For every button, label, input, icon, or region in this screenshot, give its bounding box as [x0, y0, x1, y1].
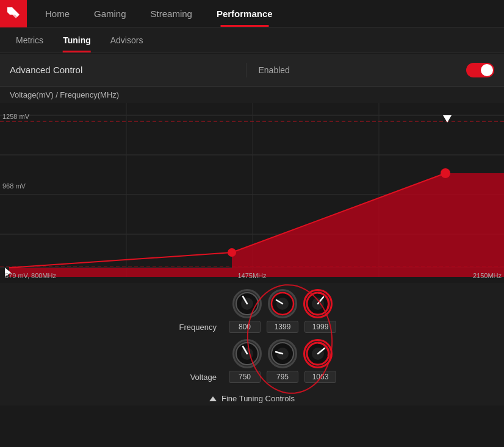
frequency-label: Frequency — [168, 323, 217, 332]
advanced-control-row: Advanced Control Enabled — [0, 54, 504, 87]
fine-tuning-row[interactable]: Fine Tuning Controls — [0, 389, 504, 406]
chart-label: Voltage(mV) / Frequency(MHz) — [0, 87, 504, 103]
y-label-max: 1258 mV — [2, 113, 29, 120]
x-label-right: 2150MHz — [473, 272, 502, 279]
nav-home[interactable]: Home — [33, 0, 82, 27]
amd-logo-icon — [5, 5, 22, 22]
nav-streaming[interactable]: Streaming — [139, 0, 204, 27]
frequency-value-row: Frequency 800 1399 1999 — [0, 321, 504, 333]
nav-performance[interactable]: Performance — [204, 0, 285, 27]
voltage-label: Voltage — [168, 373, 217, 382]
freq-knob-1-svg — [234, 291, 260, 316]
control-right: Enabled — [246, 63, 495, 77]
volt-knob-1-group — [232, 339, 262, 368]
freq-value-1[interactable]: 800 — [229, 321, 261, 333]
freq-knob-1[interactable] — [232, 289, 262, 318]
enabled-text: Enabled — [259, 65, 290, 75]
sub-nav: Metrics Tuning Advisors — [0, 27, 504, 53]
chart-container: 1258 mV 968 mV 579 mV, 800MHz 1475MHz 21… — [0, 103, 504, 283]
frequency-knob-row — [0, 289, 504, 318]
freq-knob-2-group — [268, 289, 297, 318]
freq-knob-3-group — [303, 289, 333, 318]
volt-knob-2[interactable] — [268, 339, 297, 368]
x-label-mid: 1475MHz — [237, 272, 266, 279]
volt-knob-3[interactable] — [303, 339, 333, 368]
volt-knob-1-svg — [234, 341, 260, 367]
volt-value-1[interactable]: 750 — [229, 371, 261, 383]
x-label-left: 579 mV, 800MHz — [5, 272, 56, 279]
freq-knob-3-svg — [305, 291, 331, 316]
freq-knob-1-group — [232, 289, 262, 318]
volt-knob-3-svg — [305, 341, 331, 367]
voltage-value-row: Voltage 750 795 1063 — [0, 371, 504, 383]
volt-value-2[interactable]: 795 — [267, 371, 298, 383]
nav-items: Home Gaming Streaming Performance — [33, 0, 285, 27]
nav-gaming[interactable]: Gaming — [82, 0, 139, 27]
freq-knob-3[interactable] — [303, 289, 333, 318]
voltage-knob-row — [0, 339, 504, 368]
volt-knob-1[interactable] — [232, 339, 262, 368]
volt-knob-3-group — [303, 339, 333, 368]
svg-point-12 — [441, 168, 450, 178]
toggle-knob — [481, 64, 493, 76]
chart-svg — [0, 103, 504, 283]
advanced-control-toggle[interactable] — [466, 63, 494, 77]
svg-point-11 — [228, 248, 236, 257]
tab-tuning[interactable]: Tuning — [53, 27, 101, 52]
amd-logo — [0, 0, 27, 27]
freq-value-2[interactable]: 1399 — [267, 321, 298, 333]
volt-knob-2-svg — [270, 341, 295, 367]
freq-value-3[interactable]: 1999 — [304, 321, 336, 333]
chevron-up-icon — [209, 396, 217, 401]
svg-marker-10 — [9, 173, 504, 277]
y-label-mid: 968 mV — [2, 182, 26, 190]
svg-marker-13 — [443, 115, 452, 123]
freq-knob-2-svg — [270, 291, 295, 316]
tab-advisors[interactable]: Advisors — [101, 27, 153, 52]
volt-knob-2-group — [268, 339, 297, 368]
tab-metrics[interactable]: Metrics — [6, 27, 53, 52]
freq-knob-2[interactable] — [268, 289, 297, 318]
volt-value-3[interactable]: 1063 — [304, 371, 336, 383]
top-nav: Home Gaming Streaming Performance — [0, 0, 504, 27]
knobs-section: Frequency 800 1399 1999 — [0, 283, 504, 389]
advanced-control-label: Advanced Control — [10, 65, 246, 75]
fine-tuning-label: Fine Tuning Controls — [221, 394, 295, 403]
